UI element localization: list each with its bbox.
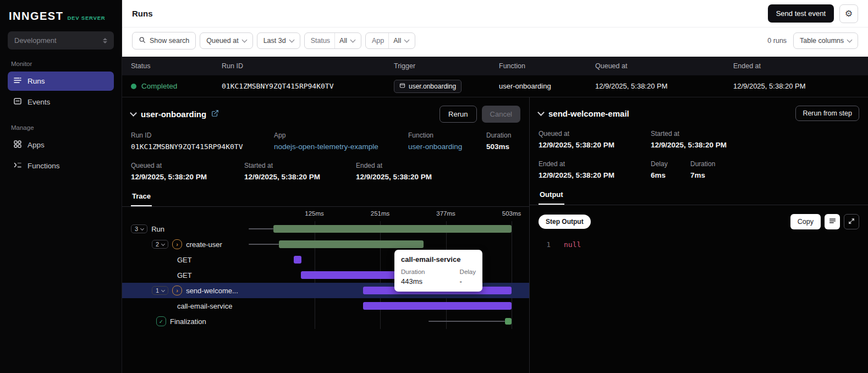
trigger-badge[interactable]: user.onboarding xyxy=(394,80,462,93)
chevron-down-icon[interactable] xyxy=(130,109,137,117)
span-bar-run[interactable] xyxy=(273,225,512,233)
event-icon xyxy=(399,83,405,90)
function-link[interactable]: user-onboarding xyxy=(408,142,486,151)
app-link[interactable]: nodejs-open-telemetry-example xyxy=(274,142,408,151)
field-queued-at: Queued at 12/9/2025, 5:38:20 PM xyxy=(539,130,651,149)
trigger-name: user.onboarding xyxy=(409,83,456,90)
sidebar-item-label: Functions xyxy=(28,162,60,170)
trace-row-label-area: 1 › send-welcome... xyxy=(122,286,249,295)
started-at-value: 12/9/2025, 5:38:20 PM xyxy=(244,173,356,181)
field-label: Started at xyxy=(651,130,727,138)
table-columns-select[interactable]: Table columns xyxy=(793,32,858,49)
sidebar-item-functions[interactable]: Functions xyxy=(8,156,114,175)
run-details-tabs: Trace xyxy=(122,190,529,207)
status-filter[interactable]: Status All xyxy=(304,32,361,49)
environment-selector[interactable]: Development xyxy=(8,31,114,50)
trace-row-label-area: GET xyxy=(122,256,249,264)
queue-wait-line xyxy=(249,244,279,245)
field-duration: Duration 503ms xyxy=(486,131,511,151)
field-label: Duration xyxy=(486,131,511,139)
collapse-toggle[interactable]: 1 xyxy=(152,286,168,295)
chevron-down-icon xyxy=(140,226,144,230)
span-bar-get[interactable] xyxy=(301,271,398,279)
column-header-ended-at: Ended at xyxy=(733,62,859,70)
step-details-header: send-welcome-email Rerun from step xyxy=(530,97,868,124)
step-title: send-welcome-email xyxy=(548,109,629,118)
sidebar-item-events[interactable]: Events xyxy=(8,92,114,112)
send-test-event-button[interactable]: Send test event xyxy=(768,4,834,23)
field-started-at: Started at 12/9/2025, 5:38:20 PM xyxy=(244,162,356,181)
search-icon xyxy=(139,36,146,45)
show-search-button[interactable]: Show search xyxy=(132,32,196,50)
run-details-split: user-onboarding Rerun Cancel Run ID 01KC… xyxy=(122,97,868,373)
filter-chips: Show search Queued at Last 3d Status All xyxy=(132,32,767,50)
field-ended-at: Ended at 12/9/2025, 5:38:20 PM xyxy=(539,160,651,179)
span-bar-call-email-service[interactable] xyxy=(363,302,512,310)
settings-button[interactable]: ⚙ xyxy=(839,4,858,23)
field-started-at: Started at 12/9/2025, 5:38:20 PM xyxy=(651,130,727,149)
line-number: 1 xyxy=(539,240,551,249)
chevron-down-icon[interactable] xyxy=(537,109,545,116)
topbar-actions: Send test event ⚙ xyxy=(768,4,858,23)
word-wrap-button[interactable] xyxy=(825,214,840,229)
sidebar-item-label: Apps xyxy=(28,141,45,149)
divider xyxy=(388,33,389,48)
copy-button[interactable]: Copy xyxy=(790,214,821,229)
app-filter[interactable]: App All xyxy=(365,32,415,49)
chevron-down-icon xyxy=(847,37,853,43)
trace-row-name: send-welcome... xyxy=(186,287,238,295)
output-toolbar: Step Output Copy xyxy=(530,205,868,229)
span-bar-get[interactable] xyxy=(294,256,301,264)
table-row[interactable]: Completed 01KC1ZMSBNY9ZQT415RP94K0TV use… xyxy=(122,75,868,97)
apps-icon xyxy=(13,140,22,150)
queue-wait-line xyxy=(428,321,505,322)
runs-count: 0 runs xyxy=(767,37,787,45)
span-bar-finalization[interactable] xyxy=(505,318,512,325)
trace-row-run[interactable]: 3 Run xyxy=(122,221,529,237)
expand-button[interactable] xyxy=(844,214,859,229)
collapse-toggle[interactable]: 3 xyxy=(131,224,147,233)
lines-icon xyxy=(829,217,836,226)
sidebar-item-apps[interactable]: Apps xyxy=(8,135,114,155)
cancel-button: Cancel xyxy=(482,106,520,123)
sidebar-item-label: Events xyxy=(28,98,50,106)
collapse-count: 3 xyxy=(135,226,138,232)
trace-row-finalization[interactable]: ✓ Finalization xyxy=(122,314,529,329)
sidebar-item-label: Runs xyxy=(28,77,45,85)
span-bar-create-user[interactable] xyxy=(279,240,424,248)
status-badge: Completed xyxy=(141,82,177,90)
runs-table-header: Status Run ID Trigger Function Queued at… xyxy=(122,57,868,75)
trace-row-name: call-email-service xyxy=(177,302,232,310)
field-duration: Duration 7ms xyxy=(690,160,715,179)
tab-trace[interactable]: Trace xyxy=(131,190,152,206)
run-title: user-onboarding xyxy=(141,109,206,119)
sidebar-item-runs[interactable]: Runs xyxy=(8,72,114,91)
trace-row-name: GET xyxy=(177,256,192,264)
trace-row-call-email-service[interactable]: call-email-service xyxy=(122,298,529,314)
tooltip-value: - xyxy=(460,277,476,286)
trace-row-label-area: call-email-service xyxy=(122,302,249,310)
chevron-down-icon xyxy=(241,37,247,43)
step-output-badge: Step Output xyxy=(539,215,591,229)
external-link-icon[interactable] xyxy=(211,109,219,119)
filter-right: 0 runs Table columns xyxy=(767,32,858,49)
queued-at-cell: 12/9/2025, 5:38:20 PM xyxy=(595,82,733,90)
queued-at-filter[interactable]: Queued at xyxy=(200,32,252,49)
time-range-filter[interactable]: Last 3d xyxy=(257,32,300,49)
queued-at-filter-label: Queued at xyxy=(206,37,238,45)
collapse-toggle[interactable]: 2 xyxy=(152,240,168,249)
trace-tooltip: call-email-service Duration 443ms Delay … xyxy=(394,250,482,292)
logo-row: INNGEST DEV SERVER xyxy=(8,10,114,23)
filter-bar: Show search Queued at Last 3d Status All xyxy=(122,28,868,57)
field-delay: Delay 6ms xyxy=(651,160,690,179)
trigger-cell: user.onboarding xyxy=(394,80,499,93)
step-fields-row-2: Ended at 12/9/2025, 5:38:20 PM Delay 6ms… xyxy=(530,155,868,179)
run-details-header: user-onboarding Rerun Cancel xyxy=(122,97,529,126)
rerun-from-step-button[interactable]: Rerun from step xyxy=(795,106,859,121)
field-label: Run ID xyxy=(131,131,274,139)
axis-tick: 377ms xyxy=(436,210,455,217)
field-run-id: Run ID 01KC1ZMSBNY9ZQT415RP94K0TV xyxy=(131,131,274,151)
step-output-code[interactable]: 1 null xyxy=(530,229,868,260)
tab-output[interactable]: Output xyxy=(539,188,564,205)
rerun-button[interactable]: Rerun xyxy=(440,106,476,123)
